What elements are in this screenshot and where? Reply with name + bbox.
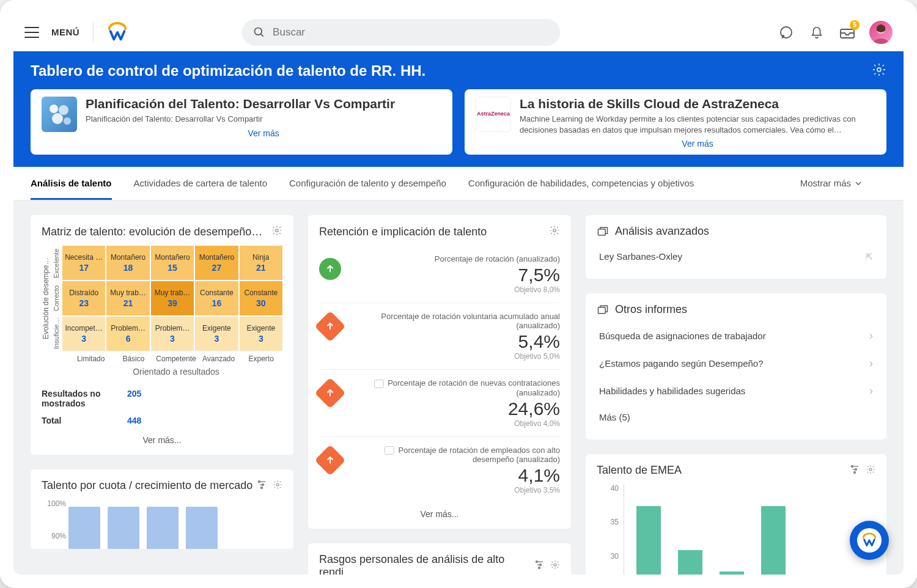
trend-alert-icon — [315, 311, 346, 342]
search-box[interactable] — [242, 19, 560, 46]
matrix-cell[interactable]: Ninja21 — [240, 246, 282, 280]
quota-title: Talento por cuota / crecimiento de merca… — [42, 479, 252, 492]
card1-more-link[interactable]: Ver más — [86, 128, 441, 138]
matrix-ytick: Correcto — [53, 281, 60, 315]
chevron-down-icon — [855, 180, 862, 187]
astrazeneca-logo: AstraZeneca — [476, 97, 511, 132]
metric-value: 4,1% — [350, 465, 560, 486]
matrix-cell[interactable]: Constante16 — [195, 281, 238, 315]
reports-title: Otros informes — [615, 303, 687, 316]
matrix-yticks: Excelente Correcto Insuficie… — [50, 246, 62, 351]
svg-point-15 — [553, 229, 556, 232]
emea-bar[interactable] — [761, 506, 786, 575]
report-link-label: Más (5) — [599, 412, 630, 422]
panel-gear-icon[interactable] — [550, 560, 560, 572]
matrix-cell[interactable]: Necesita …17 — [62, 246, 105, 280]
emea-ytick: 40 — [597, 484, 619, 493]
panel-gear-icon[interactable] — [549, 225, 560, 238]
matrix-cell[interactable]: Constante30 — [240, 281, 282, 315]
report-link[interactable]: Búsqueda de asignaciones de trabajador› — [597, 322, 875, 350]
retention-metric[interactable]: Porcentaje de rotación de nuevas contrat… — [319, 370, 560, 437]
search-input[interactable] — [273, 26, 549, 39]
tab-actividades-cartera[interactable]: Actividades de cartera de talento — [134, 167, 267, 200]
matrix-cell[interactable]: Exigente3 — [195, 317, 238, 351]
matrix-cell[interactable]: Exigente3 — [240, 317, 282, 351]
avatar[interactable] — [869, 21, 893, 44]
matrix-xtick: Competente — [155, 355, 197, 363]
card1-subtitle: Planificación del Talento: Desarrollar V… — [86, 114, 441, 125]
svg-point-6 — [50, 105, 58, 113]
retention-more-link[interactable]: Ver más... — [319, 503, 560, 519]
report-link[interactable]: Habilidades y habilidades sugeridas› — [597, 377, 875, 405]
panel-retention: Retención e implicación de talento Porce… — [308, 215, 571, 529]
matrix-cell[interactable]: Muy trab…39 — [151, 281, 194, 315]
advanced-link[interactable]: Ley Sarbanes-Oxley ⇱ — [597, 244, 875, 269]
panel-filter-icon[interactable] — [257, 480, 267, 492]
workday-logo[interactable] — [106, 21, 129, 44]
notifications-icon[interactable] — [808, 24, 825, 41]
quota-bar[interactable] — [186, 507, 218, 549]
report-link-more[interactable]: Más (5) — [597, 405, 875, 430]
metric-label: Porcentaje de rotación (anualizado) — [350, 254, 560, 263]
matrix-cell[interactable]: Problem…6 — [106, 317, 149, 351]
panel-gear-icon[interactable] — [866, 465, 875, 477]
menu-icon[interactable] — [24, 27, 39, 38]
emea-bar[interactable] — [720, 571, 744, 575]
svg-point-9 — [64, 117, 71, 125]
search-icon — [253, 26, 265, 39]
matrix-xlabel: Orientado a resultados — [70, 367, 282, 377]
tab-show-more[interactable]: Mostrar más — [800, 167, 862, 200]
report-link-label: Búsqueda de asignaciones de trabajador — [599, 331, 766, 341]
trend-alert-icon — [315, 444, 346, 476]
header-card-2[interactable]: AstraZeneca La historia de Skills Cloud … — [465, 89, 886, 155]
chat-icon[interactable] — [778, 24, 795, 41]
emea-bar[interactable] — [636, 506, 661, 575]
inbox-icon[interactable]: 5 — [839, 24, 856, 41]
matrix-cell[interactable]: Montañero15 — [151, 246, 194, 280]
matrix-cell[interactable]: Muy trab…21 — [106, 281, 149, 315]
matrix-cell[interactable]: Montañero27 — [195, 246, 238, 280]
svg-point-0 — [255, 28, 262, 35]
panel-gear-icon[interactable] — [273, 480, 282, 492]
tab-config-habilidades[interactable]: Configuración de habilidades, competenci… — [468, 167, 694, 200]
matrix-cell[interactable]: Montañero18 — [106, 246, 149, 280]
quota-bar[interactable] — [108, 507, 139, 549]
card2-more-link[interactable]: Ver más — [520, 139, 875, 149]
metric-label: Porcentaje de rotación de nuevas contrat… — [350, 378, 560, 397]
matrix-more-link[interactable]: Ver más... — [42, 429, 282, 445]
header-card-1[interactable]: Planificación del Talento: Desarrollar V… — [31, 89, 452, 155]
matrix-cell[interactable]: Problem…3 — [151, 317, 194, 351]
retention-metrics: Porcentaje de rotación (anualizado)7,5%O… — [319, 246, 560, 503]
retention-metric[interactable]: Porcentaje de rotación (anualizado)7,5%O… — [319, 246, 560, 303]
panel-emea: Talento de EMEA 40 35 30 25 — [586, 454, 886, 575]
assistant-fab[interactable] — [850, 521, 889, 560]
matrix-total-value[interactable]: 448 — [127, 416, 141, 425]
tab-analisis-talento[interactable]: Análisis de talento — [31, 167, 112, 200]
emea-chart: 40 35 30 25 — [597, 484, 875, 575]
header-settings-icon[interactable] — [872, 62, 886, 79]
report-link-label: Habilidades y habilidades sugeridas — [599, 386, 745, 396]
matrix-notshown-value[interactable]: 205 — [127, 389, 141, 408]
retention-metric[interactable]: Porcentaje de rotación voluntaria acumul… — [319, 303, 560, 370]
stack-icon — [597, 226, 609, 238]
matrix-cell[interactable]: Distraído23 — [62, 281, 105, 315]
stack-icon — [597, 304, 609, 316]
emea-bar[interactable] — [678, 550, 702, 575]
matrix-ylabel: Evolución de desempe… — [42, 246, 50, 351]
metric-value: 7,5% — [350, 265, 560, 285]
tab-config-talento[interactable]: Configuración de talento y desempeño — [289, 167, 446, 200]
panel-gear-icon[interactable] — [271, 225, 282, 238]
metric-target: Objetivo 8,0% — [350, 285, 560, 294]
quota-bar[interactable] — [68, 507, 100, 549]
panel-filter-icon[interactable] — [534, 560, 544, 572]
retention-metric[interactable]: Porcentaje de rotación de empleados con … — [319, 437, 560, 504]
divider — [93, 22, 94, 43]
report-link[interactable]: ¿Estamos pagando según Desempeño?› — [597, 350, 875, 377]
menu-label[interactable]: MENÚ — [51, 27, 79, 37]
matrix-cell[interactable]: Incompet…3 — [62, 317, 105, 351]
panel-talent-matrix: Matriz de talento: evolución de desempeñ… — [31, 215, 293, 455]
panel-filter-icon[interactable] — [850, 465, 860, 477]
page-title: Tablero de control de optimización de ta… — [31, 62, 425, 79]
quota-bar[interactable] — [147, 507, 179, 549]
card2-subtitle: Machine Learning de Workday permite a lo… — [520, 114, 875, 135]
